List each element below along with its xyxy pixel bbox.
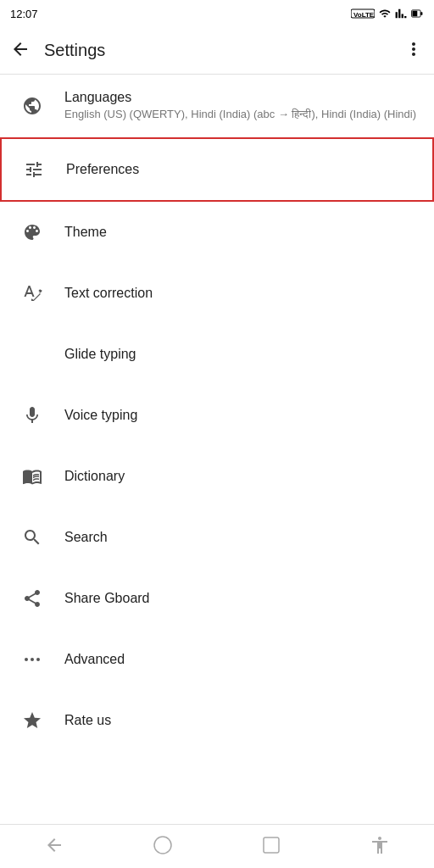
settings-menu: Languages English (US) (QWERTY), Hindi (… (0, 75, 434, 751)
svg-point-6 (31, 658, 34, 661)
menu-item-glide-typing[interactable]: Glide typing (0, 324, 434, 385)
home-nav-button[interactable] (153, 835, 173, 859)
svg-point-5 (25, 658, 28, 661)
status-bar: 12:07 VoLTE (0, 0, 434, 27)
menu-item-voice-typing[interactable]: Voice typing (0, 385, 434, 446)
star-icon (17, 705, 47, 736)
glide-icon (17, 339, 47, 370)
status-icons: VoLTE (351, 8, 424, 19)
recents-nav-button[interactable] (261, 835, 281, 859)
svg-rect-3 (420, 12, 422, 15)
wifi-icon (378, 8, 392, 19)
globe-icon (17, 91, 47, 121)
languages-label: Languages (64, 90, 416, 105)
status-time: 12:07 (10, 8, 38, 20)
voice-typing-label: Voice typing (64, 408, 137, 423)
text-correction-icon (17, 278, 47, 309)
menu-item-advanced[interactable]: Advanced (0, 629, 434, 690)
preferences-label: Preferences (66, 162, 139, 177)
menu-item-languages[interactable]: Languages English (US) (QWERTY), Hindi (… (0, 75, 434, 137)
advanced-label: Advanced (64, 652, 125, 667)
palette-icon (17, 217, 47, 248)
menu-item-theme[interactable]: Theme (0, 202, 434, 263)
menu-item-rate-us[interactable]: Rate us (0, 690, 434, 751)
menu-item-dictionary[interactable]: Dictionary (0, 446, 434, 507)
advanced-icon (17, 644, 47, 675)
sliders-icon (19, 154, 49, 185)
rate-us-label: Rate us (64, 713, 111, 728)
menu-item-preferences[interactable]: Preferences (0, 137, 434, 202)
menu-item-share-gboard[interactable]: Share Gboard (0, 568, 434, 629)
search-icon (17, 522, 47, 553)
svg-text:VoLTE: VoLTE (353, 11, 375, 19)
text-correction-label: Text correction (64, 286, 153, 301)
mic-icon (17, 400, 47, 431)
battery-icon (410, 8, 424, 19)
back-button[interactable] (10, 39, 31, 63)
page-title: Settings (44, 41, 403, 60)
theme-label: Theme (64, 225, 107, 240)
svg-rect-9 (264, 837, 279, 853)
languages-subtext: English (US) (QWERTY), Hindi (India) (ab… (64, 107, 416, 122)
menu-item-text-correction[interactable]: Text correction (0, 263, 434, 324)
signal-icon (395, 8, 407, 19)
menu-item-search[interactable]: Search (0, 507, 434, 568)
app-header: Settings (0, 27, 434, 75)
share-gboard-label: Share Gboard (64, 591, 150, 606)
share-icon (17, 583, 47, 614)
back-nav-button[interactable] (44, 835, 64, 859)
accessibility-nav-button[interactable] (370, 835, 390, 859)
svg-point-8 (154, 837, 171, 854)
svg-point-7 (36, 658, 40, 661)
svg-rect-4 (412, 11, 417, 16)
more-options-button[interactable] (403, 39, 424, 63)
glide-typing-label: Glide typing (64, 347, 136, 362)
search-label: Search (64, 530, 108, 545)
dictionary-label: Dictionary (64, 469, 125, 484)
dictionary-icon (17, 461, 47, 492)
bottom-nav (0, 824, 434, 868)
volte-icon: VoLTE (351, 8, 375, 19)
